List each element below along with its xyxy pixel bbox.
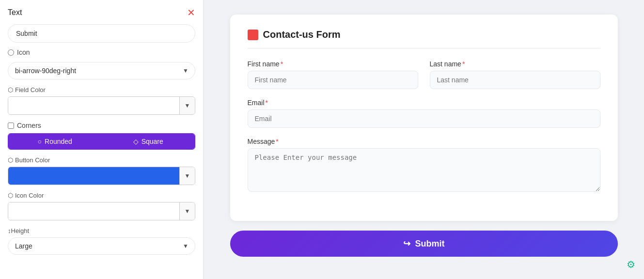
button-color-picker[interactable]: ▼ [8, 167, 195, 185]
field-color-row: ▼ [8, 96, 195, 115]
corners-checkbox[interactable] [8, 123, 14, 129]
submit-button[interactable]: ↪ Submit [230, 231, 618, 257]
settings-panel: Text ✕ Icon bi-arrow-90deg-right ▼ ⬡ Fie… [0, 0, 204, 279]
last-name-group: Last name* [430, 60, 600, 89]
form-title-text: Contact-us Form [263, 29, 341, 40]
button-color-icon: ⬡ [8, 156, 13, 164]
first-name-required: * [281, 60, 283, 68]
icon-color-swatch [8, 202, 179, 220]
corners-label: Corners [17, 122, 41, 129]
email-row: Email* [248, 99, 600, 128]
height-select[interactable]: Small Medium Large Extra Large [8, 237, 195, 255]
icon-dropdown-row: bi-arrow-90deg-right ▼ [8, 62, 195, 79]
rounded-icon: ○ [38, 138, 42, 145]
text-input[interactable] [8, 24, 195, 43]
last-name-required: * [462, 60, 465, 68]
field-color-icon: ⬡ [8, 86, 13, 93]
icon-color-row: ▼ [8, 202, 195, 220]
gear-icon-wrap: ⚙ [627, 259, 635, 270]
panel-title: Text [8, 8, 22, 17]
field-color-swatch [8, 97, 179, 114]
button-color-row: ▼ [8, 167, 195, 185]
button-color-label-text: ⬡ Button Color [8, 156, 195, 164]
height-row: Small Medium Large Extra Large ▼ [8, 237, 195, 255]
first-name-label: First name* [248, 60, 418, 68]
square-label: Square [141, 138, 163, 145]
height-select-wrap: Small Medium Large Extra Large ▼ [8, 237, 195, 255]
button-color-arrow[interactable]: ▼ [179, 167, 195, 185]
close-button[interactable]: ✕ [187, 8, 195, 17]
icon-color-label-icon: ⬡ [8, 192, 13, 199]
last-name-input[interactable] [430, 71, 600, 89]
message-group: Message* [248, 138, 600, 192]
email-input[interactable] [248, 109, 600, 128]
icon-radio[interactable] [8, 49, 14, 56]
email-label: Email* [248, 99, 600, 107]
submit-button-wrap: ↪ Submit [230, 231, 618, 257]
gear-icon[interactable]: ⚙ [627, 259, 635, 270]
form-title: Contact-us Form [248, 29, 600, 48]
icon-radio-row: Icon [8, 48, 195, 56]
submit-icon: ↪ [403, 238, 410, 249]
square-button[interactable]: ◇ Square [102, 134, 195, 149]
message-required: * [276, 138, 278, 145]
message-textarea[interactable] [248, 148, 600, 192]
rounded-label: Rounded [45, 138, 72, 145]
field-color-picker[interactable]: ▼ [8, 96, 195, 115]
form-title-icon [248, 30, 258, 40]
square-icon: ◇ [133, 138, 139, 145]
corners-checkbox-row: Corners [8, 122, 195, 129]
icon-dropdown[interactable]: bi-arrow-90deg-right [8, 62, 195, 79]
height-label-text: ↕Height [8, 227, 195, 234]
icon-color-arrow[interactable]: ▼ [179, 202, 195, 220]
message-row: Message* [248, 138, 600, 192]
email-required: * [266, 99, 268, 107]
email-group: Email* [248, 99, 600, 128]
field-color-label: ⬡ Field Color [8, 86, 195, 93]
last-name-label: Last name* [430, 60, 600, 68]
corners-toggle: ○ Rounded ◇ Square [8, 133, 195, 150]
icon-label: Icon [17, 48, 30, 56]
message-label: Message* [248, 138, 600, 145]
icon-color-picker[interactable]: ▼ [8, 202, 195, 220]
button-color-swatch [8, 167, 179, 185]
first-name-group: First name* [248, 60, 418, 89]
icon-color-label-text: ⬡ Icon Color [8, 192, 195, 199]
preview-panel: Contact-us Form First name* Last name* E [204, 0, 644, 279]
first-name-input[interactable] [248, 71, 418, 89]
submit-label: Submit [415, 239, 445, 249]
rounded-button[interactable]: ○ Rounded [8, 134, 102, 149]
form-card: Contact-us Form First name* Last name* E [230, 15, 618, 221]
panel-header: Text ✕ [8, 8, 195, 17]
field-color-arrow[interactable]: ▼ [179, 97, 195, 114]
name-row: First name* Last name* [248, 60, 600, 89]
